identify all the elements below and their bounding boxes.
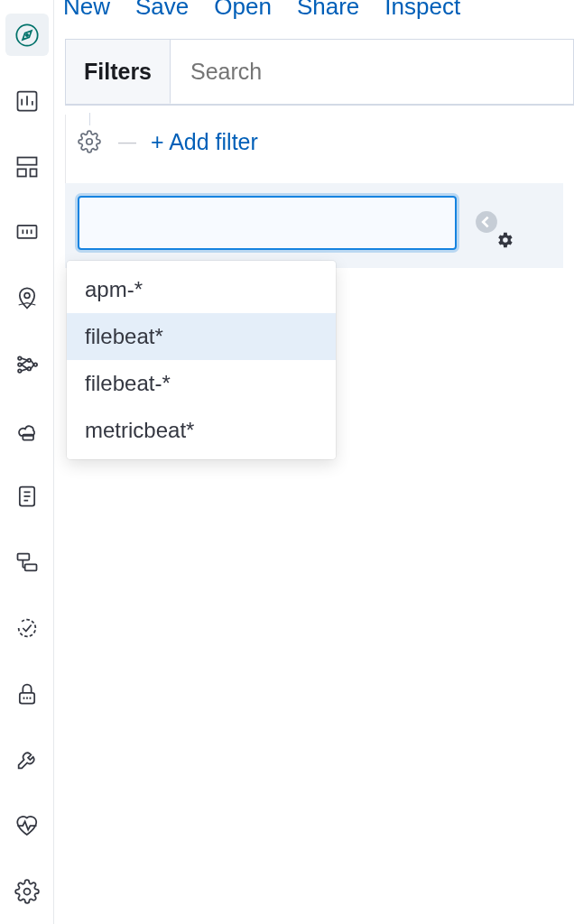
cloud-icon [14, 418, 40, 443]
apm-icon [14, 550, 40, 575]
sidebar-item-ml[interactable] [5, 343, 49, 385]
sidebar-item-maps[interactable] [5, 277, 49, 319]
divider: — [118, 132, 136, 152]
add-filter-button[interactable]: + Add filter [151, 129, 258, 155]
lock-icon [14, 681, 40, 707]
main-content: New Save Open Share Inspect Filters — + … [54, 0, 574, 924]
svg-point-18 [27, 358, 31, 362]
sidebar-item-logs[interactable] [5, 475, 49, 517]
svg-rect-9 [30, 169, 36, 176]
sidebar-item-monitoring[interactable] [5, 804, 49, 846]
uptime-icon [14, 615, 40, 641]
svg-point-20 [33, 363, 37, 366]
index-pattern-option[interactable]: metricbeat* [67, 407, 336, 454]
sidebar-item-discover[interactable] [5, 14, 49, 56]
toolbar-open[interactable]: Open [214, 0, 272, 21]
canvas-icon [14, 220, 40, 245]
wrench-icon [14, 747, 40, 772]
svg-rect-7 [17, 157, 36, 164]
index-pattern-option[interactable]: apm-* [67, 266, 336, 313]
toolbar-new[interactable]: New [63, 0, 110, 21]
sidebar-item-visualize[interactable] [5, 79, 49, 122]
search-input[interactable] [171, 40, 573, 104]
sidebar-item-dev-tools[interactable] [5, 738, 49, 781]
svg-point-40 [23, 888, 30, 894]
svg-point-17 [18, 369, 22, 373]
index-pattern-option[interactable]: filebeat* [67, 313, 336, 360]
svg-line-26 [31, 365, 34, 369]
sidebar-item-apm[interactable] [5, 541, 49, 583]
ml-icon [14, 352, 40, 377]
svg-rect-27 [23, 434, 33, 439]
searchbar: Filters [65, 39, 574, 106]
sidebar-item-canvas[interactable] [5, 211, 49, 254]
compass-icon [14, 23, 40, 48]
gear-outline-icon [78, 130, 101, 153]
toolbar-save[interactable]: Save [135, 0, 189, 21]
sidebar-item-dashboard[interactable] [5, 145, 49, 188]
sidebar-item-infrastructure[interactable] [5, 409, 49, 451]
gear-icon [14, 879, 40, 904]
heartbeat-icon [14, 813, 40, 838]
filter-settings-button[interactable] [75, 127, 104, 156]
svg-line-25 [31, 360, 34, 365]
panel-settings-button[interactable] [495, 230, 516, 252]
index-pattern-option[interactable]: filebeat-* [67, 360, 336, 407]
filter-bar: — + Add filter [65, 115, 574, 183]
sidebar [0, 0, 54, 924]
svg-point-16 [18, 363, 22, 366]
sidebar-item-siem[interactable] [5, 672, 49, 715]
svg-point-41 [87, 139, 93, 145]
svg-line-23 [21, 365, 27, 369]
toolbar-inspect[interactable]: Inspect [384, 0, 460, 21]
svg-point-2 [25, 33, 27, 35]
svg-point-19 [27, 366, 31, 370]
toolbar-share[interactable]: Share [297, 0, 359, 21]
svg-line-24 [21, 368, 27, 370]
svg-point-15 [18, 356, 22, 360]
svg-line-22 [21, 360, 27, 365]
gear-solid-icon [495, 230, 514, 250]
map-pin-icon [14, 286, 40, 311]
svg-rect-33 [24, 564, 36, 570]
svg-rect-8 [17, 169, 25, 176]
logs-icon [14, 484, 40, 509]
chart-icon [14, 88, 40, 114]
sidebar-item-management[interactable] [5, 870, 49, 912]
dashboard-icon [14, 154, 40, 180]
svg-rect-32 [17, 553, 29, 559]
toolbar: New Save Open Share Inspect [54, 0, 574, 24]
filters-tab[interactable]: Filters [66, 40, 171, 104]
index-pattern-panel: apm-* filebeat* filebeat-* metricbeat* [65, 183, 563, 268]
svg-point-14 [24, 292, 30, 298]
index-pattern-dropdown: apm-* filebeat* filebeat-* metricbeat* [67, 261, 336, 459]
index-pattern-input[interactable] [78, 196, 457, 250]
sidebar-item-uptime[interactable] [5, 606, 49, 649]
